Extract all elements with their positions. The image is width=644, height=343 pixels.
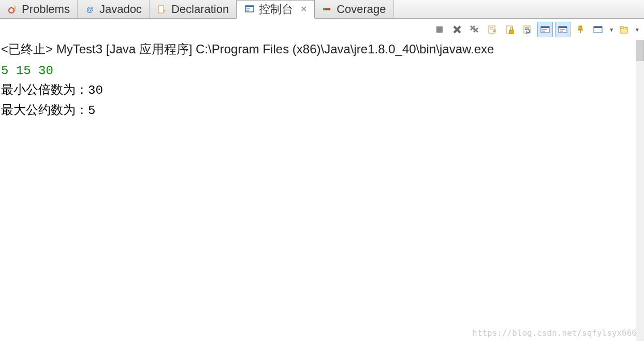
terminate-button[interactable] <box>432 22 447 37</box>
word-wrap-button[interactable] <box>520 22 535 37</box>
svg-rect-30 <box>594 26 602 28</box>
console-output-line: 最小公倍数为：30 <box>1 81 644 101</box>
tab-declaration[interactable]: Declaration <box>150 0 237 18</box>
pin-console-button[interactable] <box>573 22 588 37</box>
tab-label: Coverage <box>336 3 386 16</box>
clear-console-button[interactable]: ✕ <box>485 22 500 37</box>
svg-rect-10 <box>326 8 330 10</box>
open-dropdown-icon[interactable]: ▼ <box>635 27 640 33</box>
console-process-header: <已终止> MyTest3 [Java 应用程序] C:\Program Fil… <box>0 40 644 58</box>
display-selected-console-button[interactable] <box>590 22 606 37</box>
vertical-scrollbar[interactable] <box>636 40 644 341</box>
svg-rect-2 <box>14 10 16 11</box>
scroll-thumb[interactable] <box>636 40 644 61</box>
tab-coverage[interactable]: Coverage <box>315 0 393 18</box>
svg-rect-11 <box>330 8 331 10</box>
coverage-icon <box>322 4 332 15</box>
show-stderr-button[interactable] <box>555 22 570 37</box>
view-tabs-bar: Problems @ Javadoc Declaration 控制台 <box>0 0 644 19</box>
watermark-text: https://blog.csdn.net/sqfylsyx666 <box>472 328 637 338</box>
problems-icon <box>7 4 18 15</box>
scroll-lock-button[interactable] <box>502 22 518 37</box>
svg-text:@: @ <box>86 5 94 13</box>
svg-text:+: + <box>624 25 628 32</box>
tab-problems[interactable]: Problems <box>0 0 78 18</box>
open-console-button[interactable]: + <box>616 22 632 37</box>
remove-launch-button[interactable] <box>449 22 465 37</box>
svg-rect-4 <box>158 6 164 13</box>
svg-rect-6 <box>245 6 254 7</box>
console-toolbar: ✕ <box>0 19 644 40</box>
tab-label: 控制台 <box>259 2 293 17</box>
svg-rect-1 <box>14 6 16 9</box>
tab-label: Declaration <box>171 3 229 16</box>
console-output-line: 最大公约数为：5 <box>1 101 644 121</box>
tab-javadoc[interactable]: @ Javadoc <box>78 0 150 18</box>
svg-rect-9 <box>323 8 326 10</box>
svg-rect-25 <box>559 26 567 28</box>
console-icon <box>244 4 255 15</box>
svg-rect-32 <box>620 26 623 28</box>
close-icon[interactable]: ✕ <box>300 4 307 14</box>
tab-label: Javadoc <box>99 3 142 16</box>
display-dropdown-icon[interactable]: ▼ <box>609 27 614 33</box>
console-output[interactable]: 5 15 30 最小公倍数为：30 最大公约数为：5 <box>0 58 644 339</box>
remove-all-button[interactable] <box>467 22 482 37</box>
javadoc-icon: @ <box>85 4 95 15</box>
svg-point-0 <box>9 8 14 13</box>
svg-text:✕: ✕ <box>492 28 496 34</box>
tab-label: Problems <box>22 3 70 16</box>
show-stdout-button[interactable] <box>537 22 553 37</box>
declaration-icon <box>157 4 167 15</box>
console-input-line: 5 15 30 <box>1 61 644 81</box>
svg-rect-12 <box>436 26 443 33</box>
tab-console[interactable]: 控制台 ✕ <box>237 0 315 19</box>
svg-rect-18 <box>509 30 514 34</box>
svg-rect-21 <box>541 26 549 28</box>
